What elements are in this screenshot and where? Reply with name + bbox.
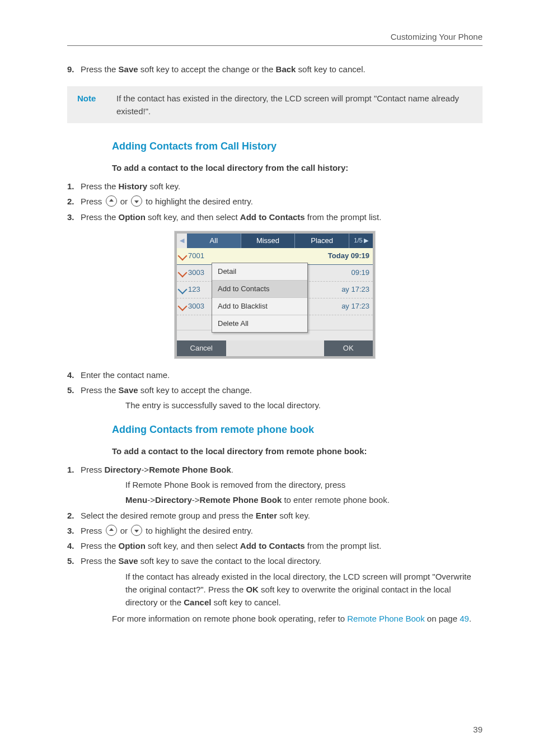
text: For more information on remote phone boo…	[112, 614, 347, 623]
up-arrow-key-icon	[106, 525, 117, 536]
call-time: ay 17:23	[341, 301, 369, 312]
step-number: 4.	[67, 368, 81, 381]
menu-item-add-to-blacklist[interactable]: Add to Blacklist	[212, 298, 307, 315]
call-direction-icon	[178, 285, 188, 295]
option-popup-menu: Detail Add to Contacts Add to Blacklist …	[212, 263, 308, 333]
header-chapter-title: Customizing Your Phone	[67, 30, 483, 43]
text: Press the	[81, 556, 119, 566]
remote-phone-book-link[interactable]: Remote Phone Book	[347, 614, 424, 623]
text: soft key.	[147, 181, 180, 191]
text: Press	[81, 465, 105, 474]
text: soft key to cancel.	[296, 64, 365, 74]
step-body: Press or to highlight the desired entry.	[81, 524, 483, 537]
call-number: 3003	[188, 267, 204, 278]
enter-softkey-ref: Enter	[256, 511, 277, 520]
step-body: Select the desired remote group and pres…	[81, 509, 483, 522]
step-body: Enter the contact name.	[81, 368, 483, 381]
step-number: 4.	[67, 539, 81, 552]
back-softkey-ref: Back	[276, 64, 296, 74]
step-number: 2.	[67, 195, 81, 208]
note-box: Note If the contact has existed in the d…	[67, 86, 483, 124]
menu-ref: Menu	[125, 495, 147, 505]
softkey-cancel[interactable]: Cancel	[177, 340, 226, 356]
text: or	[118, 197, 130, 206]
text: from the prompt list.	[305, 212, 382, 222]
text: soft key to accept the change.	[138, 385, 252, 395]
step-body: Press the History soft key.	[81, 180, 483, 193]
cancel-softkey-ref: Cancel	[184, 598, 211, 607]
step-body: Press the Save soft key to accept the ch…	[81, 63, 483, 76]
call-number: 3003	[188, 301, 204, 312]
secB-tail: For more information on remote phone boo…	[112, 612, 483, 625]
text: .	[469, 614, 471, 623]
text: soft key.	[277, 511, 310, 520]
ok-softkey-ref: OK	[246, 585, 259, 594]
page-ref-link[interactable]: 49	[460, 614, 469, 623]
tab-count: 1/5 ▶	[349, 234, 373, 248]
text: on page	[425, 614, 460, 623]
step-number: 5.	[67, 384, 81, 396]
text: soft key to cancel.	[211, 598, 280, 607]
lead-remote-phone-book: To add a contact to the local directory …	[112, 445, 483, 458]
text: Select the desired remote group and pres…	[81, 511, 256, 520]
text: to highlight the desired entry.	[143, 526, 253, 535]
step-body: Press or to highlight the desired entry.	[81, 195, 483, 208]
phone-screenshot: ◀ All Missed Placed 1/5 ▶ 7001 Today 09:…	[175, 231, 375, 358]
secB-step-5: 5. Press the Save soft key to save the c…	[67, 554, 483, 567]
secB-step-4: 4. Press the Option soft key, and then s…	[67, 539, 483, 552]
arrow-text: ->	[192, 495, 200, 505]
call-direction-icon	[178, 251, 188, 261]
text: Press	[81, 197, 105, 206]
text: Press	[81, 526, 105, 535]
text: Press the	[81, 64, 119, 74]
phone-body: 7001 Today 09:19 3003 09:19 123 ay 17:23…	[177, 248, 373, 330]
arrow-text: ->	[141, 465, 149, 474]
text: to highlight the desired entry.	[143, 197, 253, 206]
text: soft key, and then select	[146, 212, 240, 222]
menu-item-add-to-contacts[interactable]: Add to Contacts	[212, 281, 307, 298]
option-softkey-ref: Option	[119, 212, 146, 222]
text: Press the	[81, 385, 119, 395]
option-softkey-ref: Option	[119, 541, 146, 550]
phone-tabs: ◀ All Missed Placed 1/5 ▶	[177, 234, 373, 248]
up-arrow-key-icon	[106, 195, 117, 207]
text: Press the	[81, 541, 119, 550]
softkey-blank	[226, 340, 275, 356]
tab-left-arrow-icon[interactable]: ◀	[177, 234, 187, 248]
save-softkey-ref: Save	[119, 64, 138, 74]
step-number: 1.	[67, 180, 81, 193]
remote-phone-book-ref: Remote Phone Book	[200, 495, 282, 505]
secB-step-1: 1. Press Directory->Remote Phone Book.	[67, 463, 483, 476]
save-softkey-ref: Save	[119, 385, 138, 395]
step-number: 1.	[67, 463, 81, 476]
tab-placed[interactable]: Placed	[295, 234, 349, 248]
text: or	[118, 526, 130, 535]
add-to-contacts-ref: Add to Contacts	[240, 541, 305, 550]
add-to-contacts-ref: Add to Contacts	[240, 212, 305, 222]
tab-all[interactable]: All	[187, 234, 241, 248]
note-label: Note	[77, 92, 116, 118]
tab-right-arrow-icon[interactable]: ▶	[364, 236, 368, 245]
secB-step-1b: Menu->Directory->Remote Phone Book to en…	[125, 493, 483, 506]
menu-item-detail[interactable]: Detail	[212, 263, 307, 281]
softkey-blank	[275, 340, 324, 356]
step-number: 2.	[67, 509, 81, 522]
tab-missed[interactable]: Missed	[241, 234, 296, 248]
secA-step-1: 1. Press the History soft key.	[67, 180, 483, 193]
softkey-ok[interactable]: OK	[324, 340, 373, 356]
call-time: ay 17:23	[341, 284, 369, 295]
down-arrow-key-icon	[131, 195, 142, 207]
directory-ref: Directory	[155, 495, 192, 505]
text: from the prompt list.	[305, 541, 382, 550]
menu-item-delete-all[interactable]: Delete All	[212, 315, 307, 332]
step-9: 9. Press the Save soft key to accept the…	[67, 63, 483, 76]
call-time: Today 09:19	[328, 250, 369, 262]
text: .	[231, 465, 233, 474]
secB-step-2: 2. Select the desired remote group and p…	[67, 509, 483, 522]
section-title-call-history: Adding Contacts from Call History	[112, 139, 483, 155]
secA-step-5: 5. Press the Save soft key to accept the…	[67, 384, 483, 396]
phone-softkey-bar: Cancel OK	[177, 340, 373, 356]
text: soft key to accept the change or the	[138, 64, 276, 74]
secB-step-5a: If the contact has already existed in th…	[125, 570, 483, 609]
text: soft key, and then select	[146, 541, 240, 550]
